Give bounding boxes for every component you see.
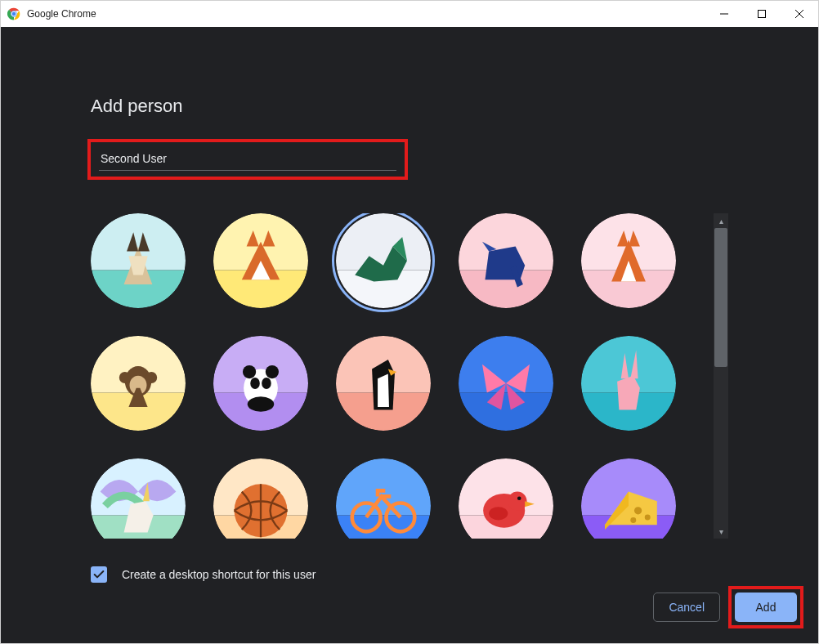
svg-point-51 [243, 365, 256, 378]
scroll-up-arrow[interactable]: ▴ [714, 213, 728, 228]
svg-rect-22 [336, 213, 431, 271]
titlebar: Google Chrome [1, 1, 818, 27]
chrome-icon [7, 7, 20, 20]
shortcut-row: Create a desktop shortcut for this user [91, 566, 316, 583]
avatar-origami-panda[interactable] [213, 336, 308, 431]
desktop-shortcut-checkbox[interactable] [91, 566, 107, 583]
window: Google Chrome Add person [0, 0, 819, 644]
avatar-bird[interactable] [459, 458, 553, 539]
svg-point-104 [630, 517, 636, 523]
avatar-origami-butterfly[interactable] [459, 336, 553, 431]
avatar-origami-rabbit[interactable] [581, 336, 676, 431]
svg-point-95 [517, 496, 521, 500]
svg-point-52 [266, 365, 279, 378]
avatar-scrollbar[interactable]: ▴ ▾ [714, 213, 728, 539]
person-name-input[interactable] [99, 149, 396, 171]
svg-rect-86 [336, 516, 431, 539]
avatar-origami-fox-pink[interactable] [581, 213, 676, 308]
avatar-basketball[interactable] [213, 458, 308, 539]
svg-point-55 [248, 396, 274, 412]
name-field-highlight [87, 139, 408, 180]
close-button[interactable] [781, 1, 818, 27]
svg-point-53 [250, 378, 260, 389]
avatar-origami-dragon[interactable] [336, 213, 431, 308]
svg-rect-63 [459, 336, 553, 393]
avatar-origami-elephant[interactable] [459, 213, 553, 308]
svg-rect-4 [759, 11, 766, 18]
add-button[interactable]: Add [735, 593, 797, 622]
svg-rect-64 [459, 393, 553, 431]
avatar-cheese[interactable] [581, 458, 676, 539]
scroll-track[interactable] [714, 228, 728, 524]
svg-point-102 [634, 507, 642, 514]
svg-point-46 [145, 372, 157, 383]
window-title: Google Chrome [27, 8, 96, 20]
minimize-button[interactable] [705, 1, 743, 27]
svg-point-54 [262, 378, 271, 389]
svg-point-45 [119, 372, 131, 383]
dialog-heading: Add person [91, 96, 183, 117]
maximize-button[interactable] [743, 1, 781, 27]
svg-point-96 [489, 507, 508, 520]
scroll-thumb[interactable] [714, 228, 727, 367]
avatar-origami-cat[interactable] [91, 213, 186, 308]
shortcut-label: Create a desktop shortcut for this user [122, 568, 316, 581]
svg-rect-85 [336, 458, 431, 516]
scroll-down-arrow[interactable]: ▾ [714, 524, 728, 539]
dialog-buttons: Cancel Add [653, 586, 803, 628]
avatar-bicycle[interactable] [336, 458, 431, 539]
avatar-origami-penguin[interactable] [336, 336, 431, 431]
avatar-origami-fox[interactable] [213, 213, 308, 308]
svg-marker-60 [378, 373, 389, 407]
cancel-button[interactable]: Cancel [653, 593, 720, 622]
svg-point-103 [645, 514, 651, 520]
avatar-area: ▴ ▾ [91, 213, 728, 539]
svg-point-93 [508, 492, 526, 511]
avatar-origami-unicorn[interactable] [91, 458, 186, 539]
avatar-grid [91, 213, 705, 539]
svg-point-2 [11, 11, 16, 16]
add-button-highlight: Add [728, 586, 803, 628]
dialog-content: Add person [1, 27, 818, 643]
avatar-origami-monkey[interactable] [91, 336, 186, 431]
